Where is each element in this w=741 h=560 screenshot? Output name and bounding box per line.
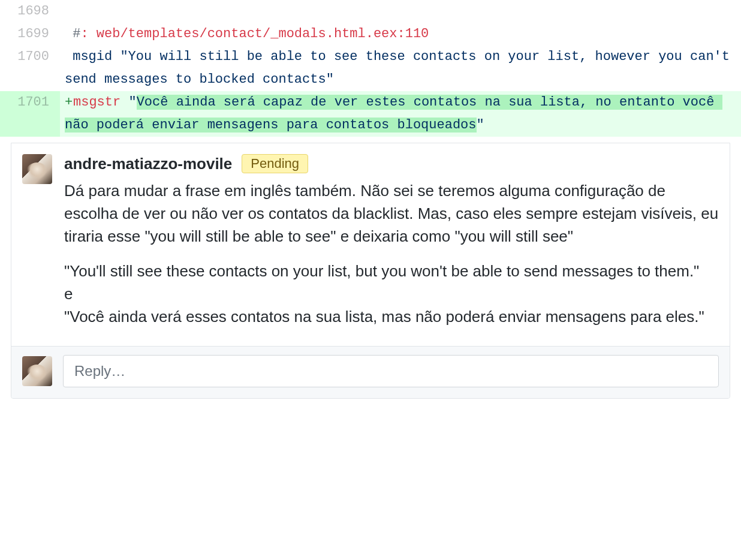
diff-line: 1698 bbox=[0, 0, 741, 23]
keyword-msgid: msgid bbox=[73, 49, 112, 64]
comment-author[interactable]: andre-matiazzo-movile bbox=[64, 155, 232, 173]
space bbox=[121, 95, 128, 110]
diff-table: 1698 1699 #: web/templates/contact/_moda… bbox=[0, 0, 741, 137]
comment-line: e bbox=[64, 285, 73, 303]
line-number: 1699 bbox=[0, 23, 60, 46]
comment-colon: : bbox=[80, 26, 96, 41]
review-comment-block: andre-matiazzo-movile Pending Dá para mu… bbox=[11, 143, 730, 399]
review-comment: andre-matiazzo-movile Pending Dá para mu… bbox=[11, 143, 730, 346]
comment-body: andre-matiazzo-movile Pending Dá para mu… bbox=[64, 154, 719, 328]
comment-paragraph: Dá para mudar a frase em inglês também. … bbox=[64, 179, 719, 248]
comment-line: "Você ainda verá esses contatos na sua l… bbox=[64, 308, 704, 326]
reply-input[interactable] bbox=[63, 355, 719, 387]
comment-path: web/templates/contact/_modals.html.eex:1… bbox=[97, 26, 429, 41]
quote-open: " bbox=[128, 95, 136, 110]
comment-header: andre-matiazzo-movile Pending bbox=[64, 154, 719, 173]
diff-line: 1699 #: web/templates/contact/_modals.ht… bbox=[0, 23, 741, 46]
avatar[interactable] bbox=[22, 356, 52, 386]
comment-text: Dá para mudar a frase em inglês também. … bbox=[64, 179, 719, 328]
pending-badge: Pending bbox=[242, 154, 308, 173]
diff-line-addition: 1701 +msgstr "Você ainda será capaz de v… bbox=[0, 91, 741, 137]
string-literal: "You will still be able to see these con… bbox=[65, 49, 737, 87]
keyword-msgstr: msgstr bbox=[73, 95, 121, 110]
line-number: 1701 bbox=[0, 91, 60, 137]
line-number: 1700 bbox=[0, 46, 60, 91]
comment-line: "You'll still see these contacts on your… bbox=[64, 262, 699, 280]
line-number: 1698 bbox=[0, 0, 60, 23]
avatar[interactable] bbox=[22, 154, 52, 184]
code-cell: +msgstr "Você ainda será capaz de ver es… bbox=[60, 91, 741, 137]
comment-hash: # bbox=[73, 26, 80, 41]
comment-paragraph: "You'll still see these contacts on your… bbox=[64, 260, 719, 328]
string-highlight: Você ainda será capaz de ver estes conta… bbox=[65, 95, 722, 133]
diff-line: 1700 msgid "You will still be able to se… bbox=[0, 46, 741, 91]
space bbox=[112, 49, 120, 64]
code-cell: #: web/templates/contact/_modals.html.ee… bbox=[60, 23, 741, 46]
reply-row bbox=[11, 346, 730, 398]
code-cell bbox=[60, 0, 741, 23]
quote-close: " bbox=[477, 118, 484, 133]
code-cell: msgid "You will still be able to see the… bbox=[60, 46, 741, 91]
addition-marker: + bbox=[65, 91, 73, 114]
